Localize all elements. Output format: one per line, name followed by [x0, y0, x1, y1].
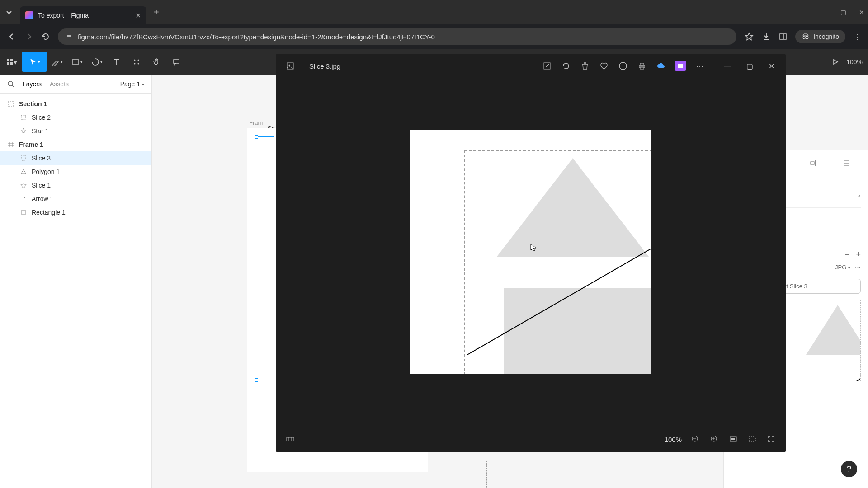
svg-line-22: [21, 197, 26, 201]
figma-favicon: [25, 11, 33, 19]
preview-zoom-in-button[interactable]: [709, 434, 720, 445]
distribute-button[interactable]: [842, 159, 851, 168]
svg-rect-8: [73, 59, 78, 65]
export-options-button[interactable]: ⋯: [855, 264, 861, 271]
svg-rect-4: [7, 59, 9, 61]
window-controls: — ▢ ✕: [821, 9, 864, 16]
help-button[interactable]: ?: [841, 461, 857, 477]
pen-tool[interactable]: ▾: [47, 52, 67, 72]
preview-zoom-out-button[interactable]: [690, 434, 701, 445]
move-tool[interactable]: ▾: [22, 52, 47, 72]
minimize-button[interactable]: —: [821, 9, 828, 16]
sidepanel-button[interactable]: [779, 33, 787, 41]
preview-filmstrip-button[interactable]: [285, 434, 296, 445]
url-input[interactable]: figma.com/file/bv7ZfBCwxHvmVCxmU1rvzc/To…: [58, 28, 736, 45]
page-selector[interactable]: Page 1 ▾: [120, 80, 144, 88]
export-add-button[interactable]: +: [856, 250, 861, 259]
forward-button[interactable]: [24, 32, 33, 41]
chevron-down-icon: [6, 9, 12, 15]
layer-rectangle-1[interactable]: Rectangle 1: [0, 206, 151, 219]
present-button[interactable]: [832, 58, 839, 66]
svg-point-3: [806, 36, 808, 39]
preview-print-button[interactable]: [637, 61, 647, 71]
browser-tab[interactable]: To export – Figma ✕: [20, 6, 146, 24]
layer-slice-3[interactable]: Slice 3: [0, 151, 151, 165]
preview-delete-button[interactable]: [580, 61, 590, 71]
svg-rect-40: [640, 63, 644, 65]
svg-rect-55: [749, 437, 755, 441]
preview-app-icon[interactable]: [285, 61, 296, 71]
slice-icon: [20, 182, 27, 189]
layer-slice-2[interactable]: Slice 2: [0, 111, 151, 124]
export-remove-button[interactable]: −: [845, 250, 850, 259]
preview-clipchamp-button[interactable]: [675, 61, 686, 71]
rectangle-icon: [20, 209, 27, 216]
preview-favorite-button[interactable]: [599, 61, 609, 71]
preview-maximize-button[interactable]: ▢: [744, 61, 755, 71]
polygon-icon: [20, 168, 27, 175]
preview-more-button[interactable]: ⋯: [694, 61, 705, 71]
layer-section-1[interactable]: Section 1: [0, 97, 151, 111]
layer-frame-1[interactable]: Frame 1: [0, 138, 151, 151]
svg-line-52: [716, 441, 717, 442]
slice-guide: [152, 229, 274, 229]
export-format-select[interactable]: JPG ▾: [835, 264, 850, 271]
preview-fit-button[interactable]: [728, 434, 739, 445]
preview-zoom-level: 100%: [665, 436, 682, 443]
tab-search-dropdown[interactable]: [4, 7, 14, 18]
preview-rotate-button[interactable]: [561, 61, 571, 71]
comment-tool[interactable]: [166, 52, 186, 72]
svg-line-48: [697, 441, 698, 442]
browser-tab-bar: To export – Figma ✕ + — ▢ ✕: [0, 0, 868, 24]
tab-close-button[interactable]: ✕: [135, 11, 141, 20]
preview-actual-size-button[interactable]: [747, 434, 758, 445]
hand-tool[interactable]: [146, 52, 166, 72]
bookmark-button[interactable]: [745, 32, 754, 41]
layer-polygon-1[interactable]: Polygon 1: [0, 165, 151, 178]
layer-star-1[interactable]: Star 1: [0, 124, 151, 138]
assets-tab[interactable]: Assets: [50, 80, 69, 88]
selection-outline: [256, 136, 274, 380]
layer-arrow-1[interactable]: Arrow 1: [0, 192, 151, 206]
shape-tool[interactable]: ▾: [87, 52, 107, 72]
frame-label[interactable]: Fram: [249, 119, 263, 126]
star-icon: [20, 127, 27, 135]
back-button[interactable]: [7, 32, 16, 41]
incognito-badge[interactable]: Incognito: [795, 30, 845, 43]
svg-point-13: [8, 81, 13, 86]
text-tool[interactable]: [107, 52, 127, 72]
preview-close-button[interactable]: ✕: [766, 61, 777, 71]
svg-point-9: [134, 60, 136, 61]
preview-fullscreen-button[interactable]: [766, 434, 777, 445]
figma-menu-button[interactable]: ▾: [5, 56, 18, 68]
maximize-button[interactable]: ▢: [840, 9, 846, 16]
resources-tool[interactable]: [127, 52, 146, 72]
preview-canvas[interactable]: [276, 78, 786, 427]
link-dimensions-button[interactable]: [854, 193, 861, 199]
preview-minimize-button[interactable]: —: [722, 61, 733, 71]
align-right-button[interactable]: [808, 159, 817, 168]
preview-image-content: [410, 130, 651, 374]
preview-cloud-button[interactable]: [656, 61, 666, 71]
svg-point-38: [623, 64, 623, 65]
preview-edit-button[interactable]: [542, 61, 552, 71]
downloads-button[interactable]: [762, 32, 771, 41]
layers-tab[interactable]: Layers: [23, 80, 42, 88]
incognito-icon: [802, 33, 810, 41]
layer-slice-1[interactable]: Slice 1: [0, 178, 151, 192]
close-window-button[interactable]: ✕: [859, 9, 864, 16]
browser-menu-button[interactable]: ⋮: [854, 33, 861, 41]
image-preview-window: Slice 3.jpg ⋯ — ▢ ✕: [276, 54, 786, 452]
svg-point-34: [289, 65, 290, 66]
new-tab-button[interactable]: +: [154, 7, 159, 18]
svg-point-2: [803, 36, 806, 39]
frame-tool[interactable]: ▾: [67, 52, 87, 72]
layer-search-button[interactable]: [7, 80, 14, 88]
cursor-pointer-icon: [530, 243, 537, 252]
section-icon: [7, 100, 14, 108]
site-settings-icon[interactable]: [65, 33, 72, 40]
zoom-level[interactable]: 100%: [846, 58, 863, 66]
preview-info-button[interactable]: [618, 61, 628, 71]
svg-point-11: [134, 63, 136, 65]
reload-button[interactable]: [42, 33, 50, 41]
